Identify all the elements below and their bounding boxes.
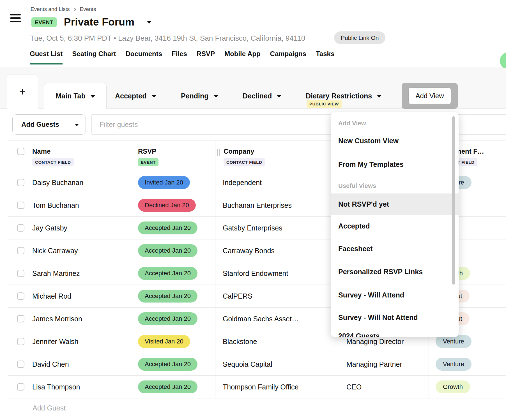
row-spacer <box>503 330 506 353</box>
guest-name: Jennifer Walsh <box>32 338 78 346</box>
dropdown-item-survey-will-attend[interactable]: Survey - Will Attend <box>331 284 459 306</box>
company-cell: Sequoia Capital <box>215 353 339 376</box>
nav-tab-seating-chart[interactable]: Seating Chart <box>72 48 116 66</box>
row-checkbox[interactable] <box>17 270 24 277</box>
nav-tab-campaigns[interactable]: Campaigns <box>270 48 306 66</box>
nav-tab-rsvp[interactable]: RSVP <box>197 48 215 66</box>
investment-focus-badge: Venture <box>436 358 472 371</box>
view-tab-label: Accepted <box>115 92 147 100</box>
nav-tab-mobile-app[interactable]: Mobile App <box>224 48 260 66</box>
header-cell-content: CompanyCONTACT FIELD <box>220 140 265 166</box>
title-row: EVENT Private Forum <box>31 16 152 28</box>
rsvp-status-badge: Accepted Jan 20 <box>138 244 197 257</box>
rsvp-cell: Accepted Jan 20 <box>131 285 215 308</box>
dropdown-item-not-rsvp-d-yet[interactable]: Not RSVP'd yet <box>331 193 459 215</box>
caret-down-icon <box>214 95 218 98</box>
add-guests-dropdown-button[interactable] <box>68 115 86 134</box>
row-checkbox[interactable] <box>17 338 24 345</box>
header-cell-company: CompanyCONTACT FIELD <box>215 140 339 171</box>
view-tab-accepted[interactable]: Accepted <box>115 83 156 109</box>
nav-tab-documents[interactable]: Documents <box>125 48 162 66</box>
focus-cell: Venture <box>429 353 503 376</box>
hamburger-menu-icon[interactable] <box>10 14 21 22</box>
row-checkbox[interactable] <box>17 224 24 232</box>
row-checkbox[interactable] <box>17 247 24 254</box>
name-cell: David Chen <box>8 353 131 376</box>
table-row[interactable]: Lisa ThompsonAccepted Jan 20Thompson Fam… <box>8 376 506 398</box>
dropdown-item-from-my-templates[interactable]: From My Templates <box>331 154 459 175</box>
add-guest-row[interactable]: Add Guest <box>8 398 506 418</box>
name-cell: Nick Carraway <box>8 239 131 262</box>
nav-tab-guest-list[interactable]: Guest List <box>30 48 63 66</box>
rsvp-status-badge: Accepted Jan 20 <box>138 312 197 325</box>
focus-cell: Growth <box>429 376 503 398</box>
row-spacer <box>503 194 506 217</box>
column-label: RSVP <box>138 147 158 155</box>
row-spacer <box>503 239 506 262</box>
title-dropdown-caret-icon[interactable] <box>147 21 152 24</box>
guest-title: Managing Director <box>339 338 404 346</box>
view-tab-declined[interactable]: Declined <box>243 83 281 109</box>
row-spacer <box>503 217 506 239</box>
rsvp-status-badge: Visited Jan 20 <box>138 335 190 348</box>
dropdown-item-new-custom-view[interactable]: New Custom View <box>331 130 459 152</box>
add-view-button[interactable]: Add View <box>408 87 451 104</box>
company-cell: Buchanan Enterprises <box>215 194 339 217</box>
help-peek-button[interactable] <box>500 52 506 70</box>
rsvp-status-badge: Accepted Jan 20 <box>138 290 197 303</box>
add-tab-button[interactable]: + <box>7 75 38 109</box>
select-all-checkbox[interactable] <box>17 148 24 155</box>
breadcrumb-events[interactable]: Events <box>80 6 96 12</box>
rsvp-status-badge: Declined Jan 20 <box>138 199 196 212</box>
column-label: Company <box>224 147 265 155</box>
view-tab-main-tab[interactable]: Main Tab <box>44 83 107 109</box>
guest-name: Sarah Martinez <box>32 269 80 278</box>
row-checkbox[interactable] <box>17 383 24 391</box>
row-spacer <box>503 285 506 308</box>
dropdown-item-accepted[interactable]: Accepted <box>331 215 459 237</box>
dropdown-item-2024-guests[interactable]: 2024 Guests <box>331 325 459 337</box>
company-cell: Independent <box>215 171 339 194</box>
view-tab-pending[interactable]: Pending <box>181 83 218 109</box>
nav-tab-tasks[interactable]: Tasks <box>316 48 334 66</box>
row-checkbox[interactable] <box>17 315 24 322</box>
view-tab-bar: + Main TabAcceptedPendingDeclinedDietary… <box>0 68 506 109</box>
caret-down-icon <box>75 124 79 126</box>
row-checkbox[interactable] <box>17 361 24 368</box>
column-divider <box>131 398 131 418</box>
investment-focus-badge: Growth <box>436 380 470 393</box>
rsvp-status-badge: Accepted Jan 20 <box>138 380 197 393</box>
company-name: Independent <box>215 179 262 187</box>
add-view-dropdown-menu: Add ViewNew Custom ViewFrom My Templates… <box>331 112 459 337</box>
column-drag-handle[interactable] <box>217 149 220 156</box>
header-cell-content: RSVPEVENT <box>131 140 158 166</box>
row-checkbox[interactable] <box>17 292 24 300</box>
rsvp-cell: Declined Jan 20 <box>131 194 215 217</box>
table-row[interactable]: David ChenAccepted Jan 20Sequoia Capital… <box>8 353 506 376</box>
dropdown-item-facesheet[interactable]: Facesheet <box>331 238 459 260</box>
breadcrumb-events-and-lists[interactable]: Events and Lists <box>31 6 70 12</box>
rsvp-cell: Visited Jan 20 <box>131 330 215 353</box>
header-cell-rsvp: RSVPEVENT <box>131 140 215 171</box>
name-cell: Michael Rod <box>8 285 131 308</box>
row-checkbox[interactable] <box>17 179 24 186</box>
public-view-badge: PUBLIC VIEW <box>307 100 342 108</box>
company-cell: Blackstone <box>215 330 339 353</box>
public-link-toggle[interactable]: Public Link On <box>334 31 385 44</box>
rsvp-status-badge: Invited Jan 20 <box>138 176 190 189</box>
row-checkbox[interactable] <box>17 202 24 209</box>
row-spacer <box>503 376 506 398</box>
dropdown-scrollbar-thumb[interactable] <box>452 116 455 285</box>
company-name: Buchanan Enterprises <box>215 201 292 209</box>
rsvp-cell: Accepted Jan 20 <box>131 376 215 398</box>
guest-name: Michael Rod <box>32 292 71 300</box>
view-tab-label: Dietary Restrictions <box>306 92 372 100</box>
guest-title: CEO <box>339 383 362 391</box>
header-cell-content: NameCONTACT FIELD <box>8 140 74 166</box>
dropdown-item-personalized-rsvp-links[interactable]: Personalized RSVP Links <box>331 261 459 283</box>
event-type-badge: EVENT <box>31 17 57 27</box>
company-cell: Goldman Sachs Asset… <box>215 308 339 330</box>
nav-tab-files[interactable]: Files <box>172 48 187 66</box>
company-name: CalPERS <box>215 292 252 300</box>
add-guests-button[interactable]: Add Guests <box>13 115 68 134</box>
